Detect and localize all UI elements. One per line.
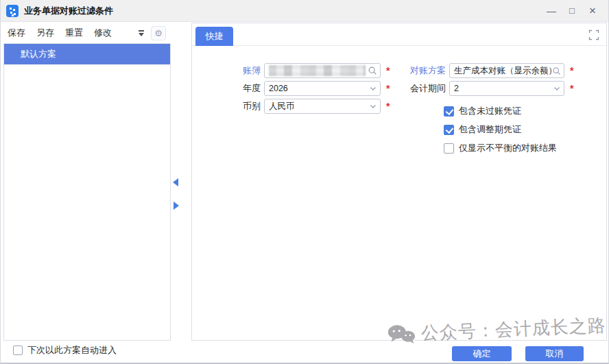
tabbar: 快捷 [192,23,606,46]
required-mark: * [386,83,390,94]
currency-select[interactable]: 人民币 [264,99,381,114]
recon-scheme-field-row: 对账方案 生产成本对账（显示余额） * [398,63,573,78]
dialog-window: 业务单据对账过滤条件 — □ × 保存 另存 重置 修改 ⚙ 默认方案 快捷 [0,0,609,364]
gear-icon[interactable]: ⚙ [151,26,166,40]
scheme-label: 默认方案 [21,48,56,60]
checkbox-label: 包含未过账凭证 [459,105,521,117]
currency-value: 人民币 [269,101,369,112]
tab-quick[interactable]: 快捷 [195,27,233,46]
save-button[interactable]: 保存 [8,27,25,39]
collapse-left-icon[interactable] [173,178,178,186]
cancel-button[interactable]: 取消 [525,346,584,361]
checkbox-include-unposted[interactable]: 包含未过账凭证 [444,105,521,117]
tab-label: 快捷 [206,30,224,43]
save-as-button[interactable]: 另存 [36,27,54,39]
fullscreen-icon[interactable] [588,29,599,40]
checkbox-label: 仅显示不平衡的对账结果 [459,142,557,154]
ledger-field-row: 账簿 * [213,63,390,78]
toolbar-overflow-icon[interactable] [138,29,145,37]
maximize-icon[interactable]: □ [562,2,582,20]
redacted-value [269,65,366,76]
expand-right-icon[interactable] [174,202,179,210]
checkbox-label: 下次以此方案自动进入 [27,344,117,356]
recon-scheme-value: 生产成本对账（显示余额） [454,65,552,77]
year-field-row: 年度 2026 * [213,81,390,96]
scheme-list-panel: 默认方案 [3,43,171,341]
period-field-row: 会计期间 2 * [398,81,573,96]
recon-scheme-label: 对账方案 [398,64,446,77]
period-label: 会计期间 [398,82,446,95]
ok-button[interactable]: 确定 [452,346,512,361]
search-icon[interactable] [552,66,561,75]
app-logo-icon [6,5,19,17]
sidebar-item-default-scheme[interactable]: 默认方案 [4,44,170,64]
chevron-down-icon[interactable] [369,84,377,93]
window-controls: — □ × [541,2,603,20]
checkbox-icon[interactable] [444,143,454,154]
reset-button[interactable]: 重置 [65,27,83,39]
recon-scheme-lookup-input[interactable]: 生产成本对账（显示余额） [449,63,564,78]
chevron-down-icon[interactable] [553,84,561,93]
modify-button[interactable]: 修改 [94,27,112,39]
year-label: 年度 [213,82,261,95]
close-icon[interactable]: × [582,2,603,20]
period-select[interactable]: 2 [449,81,564,96]
required-mark: * [570,65,573,76]
checkbox-icon[interactable] [444,106,454,117]
checkbox-auto-enter[interactable]: 下次以此方案自动进入 [13,344,117,356]
required-mark: * [386,65,390,76]
required-mark: * [570,83,573,94]
currency-field-row: 币别 人民币 * [213,99,390,114]
checkbox-icon[interactable] [13,345,23,355]
year-value: 2026 [269,84,369,93]
period-value: 2 [454,84,553,93]
minimize-icon[interactable]: — [541,2,562,20]
year-select[interactable]: 2026 [264,81,381,96]
search-icon[interactable] [368,66,377,75]
checkbox-include-adjustment[interactable]: 包含调整期凭证 [444,123,521,136]
filter-panel: 快捷 账簿 * 年度 [191,23,607,341]
ledger-label: 账簿 [213,64,261,77]
checkbox-label: 包含调整期凭证 [459,123,521,136]
checkbox-icon[interactable] [444,125,454,135]
chevron-down-icon[interactable] [369,102,377,110]
currency-label: 币别 [213,100,261,112]
ledger-lookup-input[interactable] [264,63,381,78]
window-title: 业务单据对账过滤条件 [24,5,113,17]
checkbox-only-unbalanced[interactable]: 仅显示不平衡的对账结果 [444,142,557,154]
required-mark: * [386,101,390,112]
titlebar: 业务单据对账过滤条件 — □ × [1,0,608,22]
